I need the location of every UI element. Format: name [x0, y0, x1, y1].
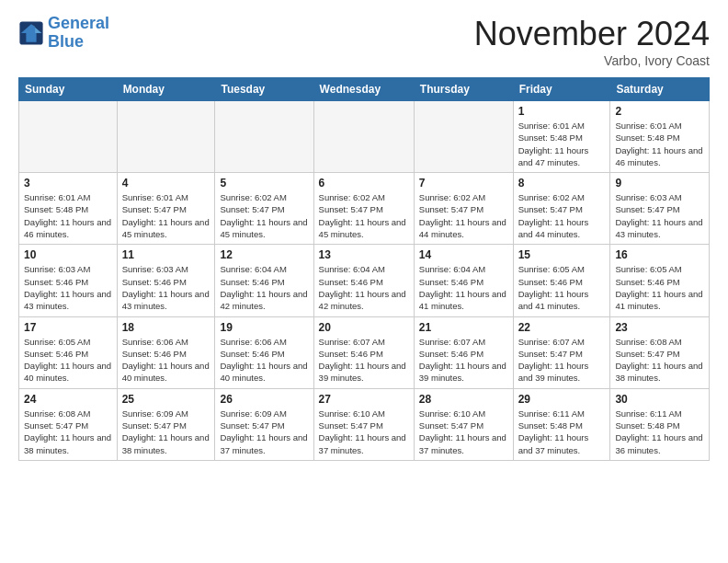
day-info: Sunrise: 6:10 AM Sunset: 5:47 PM Dayligh…: [419, 408, 508, 456]
calendar-cell: 18Sunrise: 6:06 AM Sunset: 5:46 PM Dayli…: [117, 316, 215, 388]
calendar-cell: 26Sunrise: 6:09 AM Sunset: 5:47 PM Dayli…: [215, 388, 313, 460]
day-number: 30: [615, 393, 704, 406]
day-number: 29: [518, 393, 606, 406]
calendar-cell: 21Sunrise: 6:07 AM Sunset: 5:46 PM Dayli…: [414, 316, 513, 388]
calendar-cell: 25Sunrise: 6:09 AM Sunset: 5:47 PM Dayli…: [117, 388, 215, 460]
calendar-week-row: 24Sunrise: 6:08 AM Sunset: 5:47 PM Dayli…: [19, 388, 710, 460]
calendar-cell: [19, 101, 118, 173]
day-info: Sunrise: 6:07 AM Sunset: 5:46 PM Dayligh…: [419, 336, 508, 385]
calendar-cell: 27Sunrise: 6:10 AM Sunset: 5:47 PM Dayli…: [313, 388, 414, 460]
calendar-cell: 11Sunrise: 6:03 AM Sunset: 5:46 PM Dayli…: [117, 245, 215, 316]
day-number: 22: [518, 321, 606, 334]
calendar-cell: [414, 101, 513, 173]
day-number: 21: [419, 321, 508, 334]
location: Varbo, Ivory Coast: [474, 53, 710, 68]
calendar-cell: 1Sunrise: 6:01 AM Sunset: 5:48 PM Daylig…: [513, 101, 610, 173]
calendar-cell: 28Sunrise: 6:10 AM Sunset: 5:47 PM Dayli…: [414, 388, 513, 460]
day-number: 23: [615, 321, 704, 334]
calendar-cell: 30Sunrise: 6:11 AM Sunset: 5:48 PM Dayli…: [610, 388, 710, 460]
day-number: 15: [518, 248, 606, 261]
day-number: 13: [319, 248, 409, 261]
day-number: 20: [319, 321, 409, 334]
month-title: November 2024: [474, 15, 710, 53]
calendar-week-row: 10Sunrise: 6:03 AM Sunset: 5:46 PM Dayli…: [19, 245, 710, 316]
day-info: Sunrise: 6:01 AM Sunset: 5:48 PM Dayligh…: [24, 191, 112, 240]
weekday-header: Wednesday: [313, 78, 414, 101]
calendar-cell: 8Sunrise: 6:02 AM Sunset: 5:47 PM Daylig…: [513, 173, 610, 245]
calendar-cell: 19Sunrise: 6:06 AM Sunset: 5:46 PM Dayli…: [215, 316, 313, 388]
day-number: 17: [24, 321, 112, 334]
day-info: Sunrise: 6:08 AM Sunset: 5:47 PM Dayligh…: [615, 336, 704, 385]
day-info: Sunrise: 6:01 AM Sunset: 5:48 PM Dayligh…: [615, 120, 704, 168]
calendar-cell: 10Sunrise: 6:03 AM Sunset: 5:46 PM Dayli…: [19, 245, 118, 316]
day-info: Sunrise: 6:02 AM Sunset: 5:47 PM Dayligh…: [518, 191, 606, 240]
calendar-cell: 22Sunrise: 6:07 AM Sunset: 5:47 PM Dayli…: [513, 316, 610, 388]
day-info: Sunrise: 6:09 AM Sunset: 5:47 PM Dayligh…: [220, 408, 308, 456]
day-number: 26: [220, 393, 308, 406]
header: General Blue November 2024 Varbo, Ivory …: [18, 15, 710, 68]
calendar: SundayMondayTuesdayWednesdayThursdayFrid…: [18, 77, 710, 461]
day-info: Sunrise: 6:04 AM Sunset: 5:46 PM Dayligh…: [220, 263, 308, 312]
day-info: Sunrise: 6:08 AM Sunset: 5:47 PM Dayligh…: [24, 408, 112, 456]
calendar-cell: 20Sunrise: 6:07 AM Sunset: 5:46 PM Dayli…: [313, 316, 414, 388]
day-info: Sunrise: 6:11 AM Sunset: 5:48 PM Dayligh…: [518, 408, 606, 456]
calendar-cell: 7Sunrise: 6:02 AM Sunset: 5:47 PM Daylig…: [414, 173, 513, 245]
logo-icon: [18, 20, 44, 46]
weekday-header: Sunday: [19, 78, 118, 101]
calendar-cell: 13Sunrise: 6:04 AM Sunset: 5:46 PM Dayli…: [313, 245, 414, 316]
day-number: 7: [419, 177, 508, 190]
day-info: Sunrise: 6:06 AM Sunset: 5:46 PM Dayligh…: [220, 336, 308, 385]
day-info: Sunrise: 6:04 AM Sunset: 5:46 PM Dayligh…: [319, 263, 409, 312]
calendar-cell: [117, 101, 215, 173]
calendar-cell: 12Sunrise: 6:04 AM Sunset: 5:46 PM Dayli…: [215, 245, 313, 316]
day-info: Sunrise: 6:10 AM Sunset: 5:47 PM Dayligh…: [319, 408, 409, 456]
day-info: Sunrise: 6:05 AM Sunset: 5:46 PM Dayligh…: [24, 336, 112, 385]
weekday-header-row: SundayMondayTuesdayWednesdayThursdayFrid…: [19, 78, 710, 101]
day-number: 16: [615, 248, 704, 261]
calendar-cell: 24Sunrise: 6:08 AM Sunset: 5:47 PM Dayli…: [19, 388, 118, 460]
day-number: 12: [220, 248, 308, 261]
day-number: 28: [419, 393, 508, 406]
day-info: Sunrise: 6:01 AM Sunset: 5:48 PM Dayligh…: [518, 120, 606, 168]
day-info: Sunrise: 6:04 AM Sunset: 5:46 PM Dayligh…: [419, 263, 508, 312]
calendar-cell: 4Sunrise: 6:01 AM Sunset: 5:47 PM Daylig…: [117, 173, 215, 245]
calendar-week-row: 1Sunrise: 6:01 AM Sunset: 5:48 PM Daylig…: [19, 101, 710, 173]
day-info: Sunrise: 6:05 AM Sunset: 5:46 PM Dayligh…: [615, 263, 704, 312]
day-info: Sunrise: 6:07 AM Sunset: 5:46 PM Dayligh…: [319, 336, 409, 385]
day-number: 3: [24, 177, 112, 190]
calendar-cell: 15Sunrise: 6:05 AM Sunset: 5:46 PM Dayli…: [513, 245, 610, 316]
day-info: Sunrise: 6:02 AM Sunset: 5:47 PM Dayligh…: [319, 191, 409, 240]
calendar-cell: [313, 101, 414, 173]
day-number: 5: [220, 177, 308, 190]
day-info: Sunrise: 6:03 AM Sunset: 5:46 PM Dayligh…: [24, 263, 112, 312]
day-number: 6: [319, 177, 409, 190]
day-number: 24: [24, 393, 112, 406]
day-number: 4: [122, 177, 210, 190]
weekday-header: Monday: [117, 78, 215, 101]
day-info: Sunrise: 6:02 AM Sunset: 5:47 PM Dayligh…: [419, 191, 508, 240]
day-number: 1: [518, 105, 606, 118]
calendar-week-row: 17Sunrise: 6:05 AM Sunset: 5:46 PM Dayli…: [19, 316, 710, 388]
day-info: Sunrise: 6:06 AM Sunset: 5:46 PM Dayligh…: [122, 336, 210, 385]
day-info: Sunrise: 6:03 AM Sunset: 5:46 PM Dayligh…: [122, 263, 210, 312]
day-info: Sunrise: 6:07 AM Sunset: 5:47 PM Dayligh…: [518, 336, 606, 385]
day-number: 27: [319, 393, 409, 406]
weekday-header: Saturday: [610, 78, 710, 101]
calendar-cell: 23Sunrise: 6:08 AM Sunset: 5:47 PM Dayli…: [610, 316, 710, 388]
calendar-cell: 3Sunrise: 6:01 AM Sunset: 5:48 PM Daylig…: [19, 173, 118, 245]
calendar-cell: [215, 101, 313, 173]
day-number: 19: [220, 321, 308, 334]
day-number: 14: [419, 248, 508, 261]
calendar-cell: 16Sunrise: 6:05 AM Sunset: 5:46 PM Dayli…: [610, 245, 710, 316]
calendar-week-row: 3Sunrise: 6:01 AM Sunset: 5:48 PM Daylig…: [19, 173, 710, 245]
weekday-header: Thursday: [414, 78, 513, 101]
weekday-header: Friday: [513, 78, 610, 101]
day-info: Sunrise: 6:09 AM Sunset: 5:47 PM Dayligh…: [122, 408, 210, 456]
calendar-cell: 5Sunrise: 6:02 AM Sunset: 5:47 PM Daylig…: [215, 173, 313, 245]
weekday-header: Tuesday: [215, 78, 313, 101]
day-number: 8: [518, 177, 606, 190]
calendar-cell: 9Sunrise: 6:03 AM Sunset: 5:47 PM Daylig…: [610, 173, 710, 245]
calendar-cell: 2Sunrise: 6:01 AM Sunset: 5:48 PM Daylig…: [610, 101, 710, 173]
day-info: Sunrise: 6:03 AM Sunset: 5:47 PM Dayligh…: [615, 191, 704, 240]
calendar-cell: 29Sunrise: 6:11 AM Sunset: 5:48 PM Dayli…: [513, 388, 610, 460]
